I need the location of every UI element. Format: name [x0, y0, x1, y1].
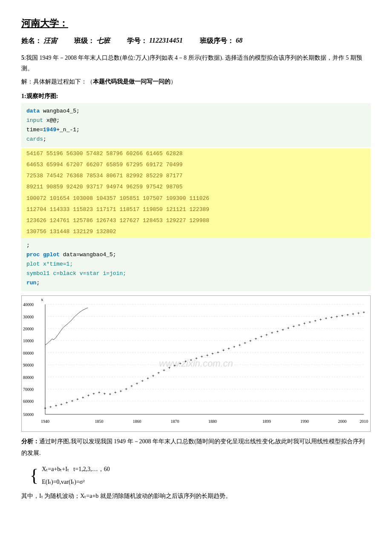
svg-text:+: + — [244, 341, 246, 345]
svg-text:+: + — [104, 391, 106, 396]
svg-text:+: + — [357, 311, 360, 315]
svg-text:+: + — [352, 312, 355, 316]
code-line-gplot: proc gplot data=wangbao4_5; — [26, 250, 366, 260]
chart-svg: + + + + + + + + + + + + + + + + + + + + — [45, 304, 364, 414]
svg-text:+: + — [158, 371, 160, 375]
solution-intro: 解：具体解题过程如下：（本题代码我是做一问写一问的） — [21, 76, 371, 87]
svg-text:+: + — [271, 331, 274, 335]
analysis-text: 分析：通过时序图,我可以发现我国 1949 年－2008 年年末人口总数(随时间… — [21, 436, 371, 459]
chart-area: x 40000 30000 20000 10000 00000 90000 80… — [45, 304, 364, 414]
student-info-row: 姓名： 汪宙 班级： 七班 学号： 1122314451 班级序号： 68 — [21, 37, 371, 46]
svg-text:+: + — [346, 312, 349, 317]
formula-block: { Xₜ=a+bₜ+Iₜ t=1,2,3,…，60 E(Iₜ)=0,var(Iₜ… — [30, 463, 371, 488]
svg-text:+: + — [114, 390, 117, 394]
svg-text:+: + — [98, 390, 101, 395]
y-label-120000: 20000 — [23, 327, 34, 331]
code-line-plot: plot x*time=1; — [26, 260, 366, 269]
chart-container: www.zixin.com.cn x 40000 30000 20000 100… — [21, 295, 371, 432]
formula-line-1: Xₜ=a+bₜ+Iₜ t=1,2,3,…，60 — [42, 463, 110, 475]
id-label: 学号： — [127, 37, 147, 46]
svg-text:+: + — [206, 353, 209, 357]
svg-text:+: + — [228, 346, 230, 350]
svg-text:+: + — [222, 348, 225, 352]
y-label-100000: 00000 — [23, 350, 34, 355]
svg-text:+: + — [293, 324, 295, 329]
svg-text:+: + — [71, 399, 74, 403]
name-label: 姓名： — [21, 37, 42, 46]
data-row-7: 123626 124761 125786 126743 127627 12845… — [21, 215, 371, 226]
svg-text:+: + — [141, 379, 144, 383]
y-label-70000: 70000 — [23, 387, 34, 392]
student-seat: 班级序号： 68 — [200, 37, 242, 46]
y-label-60000: 60000 — [23, 399, 34, 404]
svg-text:+: + — [66, 400, 68, 405]
y-axis-title: x — [41, 297, 43, 302]
name-value: 汪宙 — [43, 37, 57, 46]
svg-text:+: + — [314, 318, 317, 323]
svg-text:+: + — [87, 393, 90, 397]
y-label-130000: 30000 — [23, 314, 34, 319]
student-id: 学号： 1122314451 — [127, 37, 183, 46]
y-label-50000: 50000 — [23, 412, 34, 417]
svg-text:+: + — [82, 396, 84, 400]
formula-line-2: E(Iₜ)=0,var(Iₜ)=σ² — [42, 476, 110, 488]
svg-text:+: + — [282, 327, 284, 332]
code-line-symbol: symbol1 c=black v=star i=join; — [26, 269, 366, 278]
svg-text:+: + — [55, 403, 58, 408]
svg-text:+: + — [125, 387, 127, 391]
svg-text:+: + — [217, 350, 219, 354]
svg-text:+: + — [260, 335, 262, 339]
brace-symbol: { — [30, 468, 38, 484]
svg-text:+: + — [239, 343, 241, 347]
svg-text:+: + — [325, 316, 328, 321]
data-row-5: 100072 101654 103008 104357 105851 10750… — [21, 193, 371, 204]
y-label-140000: 40000 — [23, 302, 34, 307]
svg-text:+: + — [298, 323, 300, 327]
svg-text:+: + — [309, 320, 311, 324]
svg-text:+: + — [179, 361, 182, 365]
id-value: 1122314451 — [149, 37, 183, 46]
svg-text:+: + — [174, 363, 176, 367]
svg-text:+: + — [265, 332, 268, 337]
svg-text:+: + — [130, 384, 133, 388]
svg-text:+: + — [195, 356, 198, 360]
svg-text:+: + — [303, 321, 306, 325]
svg-text:+: + — [147, 376, 149, 381]
x-label-1960: 1860 — [133, 419, 141, 424]
x-label-1950: 1850 — [95, 419, 103, 424]
class-label: 班级： — [74, 37, 95, 46]
svg-text:+: + — [120, 389, 122, 393]
x-label-1980: 1880 — [208, 419, 217, 424]
svg-text:+: + — [249, 338, 252, 343]
seat-label: 班级序号： — [200, 37, 234, 46]
svg-text:+: + — [287, 326, 290, 330]
data-row-1: 54167 55196 56300 57482 58796 60266 6146… — [21, 148, 371, 159]
svg-text:+: + — [60, 402, 63, 406]
x-label-2000: 1990 — [300, 419, 309, 424]
x-label-1970: 1870 — [170, 419, 179, 424]
svg-text:+: + — [276, 329, 279, 333]
student-name: 姓名： 汪宙 — [21, 37, 57, 46]
data-row-6: 112704 114333 115823 117171 118517 11985… — [21, 204, 371, 215]
x-label-2010: 2000 — [338, 419, 346, 424]
svg-text:+: + — [330, 315, 333, 319]
university-title: 河南大学： — [21, 17, 371, 30]
x-label-2010b: 2010 — [360, 419, 368, 424]
data-row-3: 72538 74542 76368 78534 80671 82992 8522… — [21, 171, 371, 182]
code-block-1: data wangbao4_5; input x@@; time=1949+_n… — [21, 103, 371, 147]
student-class: 班级： 七班 — [74, 37, 110, 46]
svg-text:+: + — [255, 336, 257, 341]
data-row-2: 64653 65994 67207 66207 65859 67295 6917… — [21, 159, 371, 171]
seat-value: 68 — [236, 37, 242, 46]
svg-text:+: + — [336, 314, 338, 318]
svg-text:+: + — [92, 391, 95, 396]
x-label-1940: 1940 — [41, 419, 49, 424]
svg-text:+: + — [341, 313, 344, 318]
code-line-data: data wangbao4_5; — [26, 107, 366, 116]
y-label-110000: 10000 — [23, 338, 34, 343]
code-block-2: ; proc gplot data=wangbao4_5; plot x*tim… — [21, 237, 371, 291]
svg-text:+: + — [76, 397, 79, 402]
data-row-4: 89211 90859 92420 93717 94974 96259 9754… — [21, 182, 371, 193]
svg-text:+: + — [44, 406, 46, 410]
code-line-semicolon: ; — [26, 241, 366, 250]
